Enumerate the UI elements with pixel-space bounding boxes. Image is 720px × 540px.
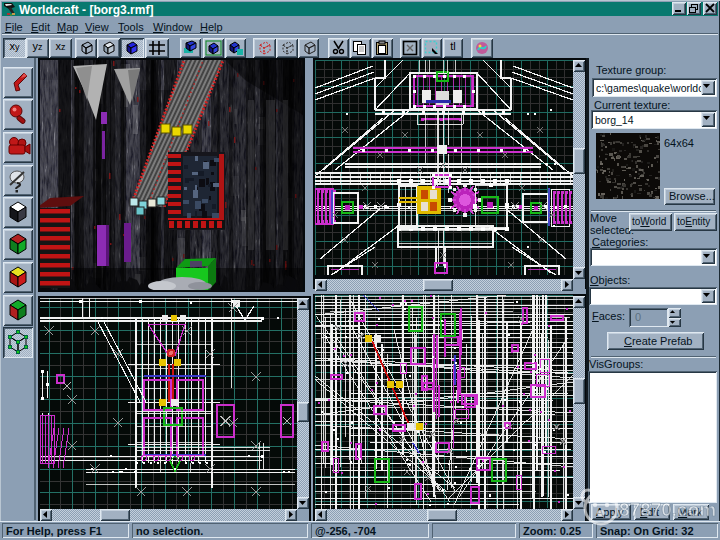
svg-text:87870.com: 87870.com <box>619 499 716 520</box>
